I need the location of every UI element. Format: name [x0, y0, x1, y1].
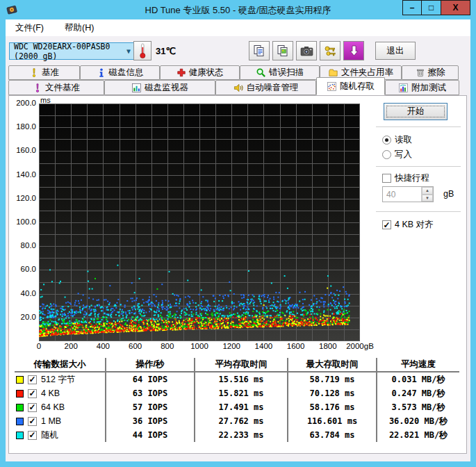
col-header-iops: 操作/秒: [105, 358, 194, 372]
temperature-value: 31℃: [156, 46, 176, 56]
start-button[interactable]: 开始: [384, 103, 448, 120]
copy-text-button[interactable]: [249, 41, 270, 60]
mode-write-radio[interactable]: 写入: [382, 149, 412, 161]
exit-button[interactable]: 退出: [375, 42, 416, 60]
short-stroke-checkbox[interactable]: ✓ 快捷行程: [382, 172, 429, 184]
thermometer-icon: [139, 42, 147, 59]
series-checkbox[interactable]: ✓: [28, 417, 37, 426]
access-time-scatter-chart: [39, 104, 360, 341]
short-stroke-label: 快捷行程: [395, 172, 429, 184]
x-tick-label: 600: [129, 342, 142, 350]
series-label: 4 KB: [41, 388, 60, 398]
client-area: 文件(F) 帮助(H) WDC WD20EARX-00PASB0 (2000 g…: [6, 19, 470, 461]
tab-health[interactable]: 健康状态: [160, 65, 240, 80]
titlebar: HD Tune 专业版 5.50 - 硬盘/固态硬盘实用程序 – □ X: [0, 0, 476, 19]
short-stroke-unit: gB: [443, 189, 454, 199]
spinner-buttons[interactable]: ▲▼: [421, 187, 433, 202]
mode-write-label: 写入: [395, 149, 412, 161]
avg-access-value: 22.233 ms: [194, 428, 287, 442]
tab-erase[interactable]: 擦除: [402, 65, 459, 80]
temperature-button[interactable]: [133, 41, 151, 60]
disk-info-icon: [97, 67, 106, 78]
radio-icon: [382, 150, 391, 159]
tab-benchmark[interactable]: 基准: [8, 65, 80, 80]
series-label: 64 KB: [41, 402, 65, 412]
series-checkbox[interactable]: ✓: [28, 375, 37, 384]
chevron-down-icon: ▼: [126, 47, 131, 55]
mode-read-label: 读取: [395, 134, 412, 146]
tab-aam[interactable]: 自动噪音管理: [215, 80, 316, 95]
iops-value: 64 IOPS: [105, 372, 194, 386]
menu-file[interactable]: 文件(F): [13, 21, 47, 35]
col-header-size: 传输数据大小: [15, 358, 105, 372]
update-button[interactable]: [343, 41, 364, 60]
table-row: ✓ 64 KB: [15, 400, 105, 414]
tab-label: 随机存取: [340, 81, 375, 92]
minimize-button[interactable]: –: [402, 0, 422, 15]
y-tick-label: 140.0: [9, 170, 36, 179]
tab-extra-tests[interactable]: 附加测试: [385, 80, 459, 95]
x-tick-label: 1000: [190, 342, 208, 350]
drive-selector[interactable]: WDC WD20EARX-00PASB0 (2000 gB) ▼: [9, 42, 136, 60]
tab-disk-monitor[interactable]: 磁盘监视器: [104, 80, 215, 95]
separator: [376, 166, 461, 167]
tab-row-2: 文件基准 磁盘监视器 自动噪音管理: [8, 80, 459, 95]
tab-label: 磁盘监视器: [145, 82, 188, 94]
extra-tests-icon: [398, 83, 409, 93]
tab-disk-info[interactable]: 磁盘信息: [80, 65, 160, 80]
close-button[interactable]: X: [441, 0, 470, 15]
health-icon: [177, 67, 186, 78]
avg-speed-value: 36.020 MB/秒: [376, 414, 459, 428]
tab-file-benchmark[interactable]: 文件基准: [8, 80, 104, 95]
series-checkbox[interactable]: ✓: [28, 403, 37, 412]
iops-value: 57 IOPS: [105, 400, 194, 414]
iops-value: 36 IOPS: [105, 414, 194, 428]
spin-up-icon[interactable]: ▲: [422, 187, 433, 195]
screenshot-button[interactable]: [296, 41, 317, 60]
y-tick-label: 180.0: [9, 122, 36, 131]
random-access-panel: ms 200.0180.0160.0140.0120.0100.080.060.…: [8, 95, 467, 454]
series-label: 1 MB: [41, 416, 61, 426]
series-label: 随机: [41, 429, 58, 441]
avg-speed-value: 0.247 MB/秒: [376, 386, 459, 400]
camera-icon: [300, 46, 313, 56]
menu-help[interactable]: 帮助(H): [62, 21, 97, 35]
avg-speed-value: 3.573 MB/秒: [376, 400, 459, 414]
mode-read-radio[interactable]: 读取: [382, 134, 412, 146]
table-row: ✓ 4 KB: [15, 386, 105, 400]
toolbar: WDC WD20EARX-00PASB0 (2000 gB) ▼ 31℃: [6, 36, 470, 65]
folder-usage-icon: [328, 68, 338, 78]
table-row: ✓ 随机: [15, 428, 105, 442]
x-tick-label: 0: [37, 342, 41, 350]
y-tick-label: 100.0: [9, 218, 36, 227]
series-checkbox[interactable]: ✓: [28, 389, 37, 398]
tab-error-scan[interactable]: 错误扫描: [240, 65, 320, 80]
copy-image-button[interactable]: [272, 41, 293, 60]
x-tick-label: 1800: [319, 342, 337, 350]
y-tick-label: 80.0: [9, 241, 36, 250]
tab-label: 附加测试: [411, 82, 446, 94]
download-arrow-icon: [350, 45, 359, 56]
drive-selector-value: WDC WD20EARX-00PASB0 (2000 gB): [14, 42, 126, 61]
maximize-button[interactable]: □: [422, 0, 441, 15]
short-stroke-value: 40: [383, 187, 421, 202]
align-4kb-checkbox[interactable]: ✓ 4 KB 对齐: [382, 219, 434, 231]
spin-down-icon[interactable]: ▼: [422, 195, 433, 202]
series-checkbox[interactable]: ✓: [28, 431, 37, 440]
table-row: ✓ 512 字节: [15, 372, 105, 386]
align-4kb-label: 4 KB 对齐: [395, 219, 434, 231]
avg-speed-value: 22.821 MB/秒: [376, 428, 459, 442]
max-access-value: 58.176 ms: [287, 400, 376, 414]
series-color-swatch: [16, 418, 24, 425]
tab-random-access[interactable]: 随机存取: [316, 77, 385, 95]
copy-text-icon: [253, 44, 265, 57]
short-stroke-size-input[interactable]: 40 ▲▼: [382, 186, 434, 202]
benchmark-icon: [29, 67, 39, 78]
x-tick-label: 2000gB: [346, 342, 374, 350]
max-access-value: 63.784 ms: [287, 428, 376, 442]
tab-row-1: 基准 磁盘信息 健康状态 错误扫描: [8, 65, 459, 80]
keys-icon: [324, 45, 336, 57]
checkbox-icon: ✓: [382, 174, 391, 183]
exit-button-label: 退出: [387, 45, 404, 57]
keys-button[interactable]: [320, 41, 340, 60]
